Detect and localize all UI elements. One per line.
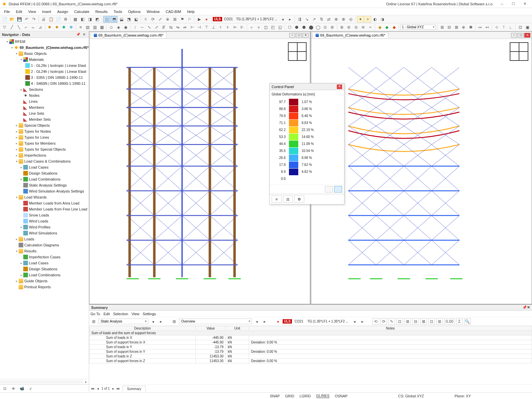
next-icon[interactable]: ▸ — [112, 387, 114, 390]
tool-icon[interactable]: ✽ — [467, 24, 474, 31]
view-minimize-icon[interactable]: ─ — [289, 33, 295, 38]
tool-icon[interactable]: ⇅ — [318, 16, 325, 23]
node-icon[interactable]: ✱ — [61, 24, 67, 31]
tg-label[interactable]: TG (1.35*LF1 + 1.35*LF2 ... — [306, 320, 350, 323]
view-close-icon[interactable]: ✕ — [303, 33, 309, 38]
tool-icon[interactable]: ⬣ — [301, 24, 307, 31]
tool-icon[interactable]: ⊚ — [329, 24, 335, 31]
tool-icon[interactable]: ◰ — [270, 24, 276, 31]
menu-results[interactable]: Results — [93, 9, 110, 14]
menu-insert[interactable]: Insert — [39, 9, 54, 14]
tool-icon[interactable]: ⊡ — [428, 318, 435, 325]
prev-icon[interactable]: ◂ — [279, 16, 286, 23]
result-icon[interactable]: ◆ — [391, 24, 397, 31]
redo-icon[interactable]: ↷ — [31, 16, 37, 23]
print-icon[interactable]: 🖨 — [40, 16, 47, 23]
tool-icon[interactable]: ⊞ — [172, 16, 178, 23]
tool-icon[interactable]: ⊡ — [396, 318, 403, 325]
tool-icon[interactable]: ⇵ — [160, 24, 167, 31]
view-minimize-icon[interactable]: ─ — [511, 33, 517, 38]
last-icon[interactable]: ⏭ — [117, 387, 120, 390]
minimize-button[interactable]: ─ — [497, 1, 507, 7]
nav-tab-views-icon[interactable]: 📹 — [19, 386, 25, 391]
tool-icon[interactable]: ⊛ — [338, 24, 345, 31]
tool-icon[interactable]: ╲ — [16, 24, 22, 31]
tool-icon[interactable]: ⬡ — [286, 24, 293, 31]
tool-icon[interactable]: ⚐ — [186, 16, 193, 23]
summary-menu-selection[interactable]: Selection — [113, 312, 128, 316]
next-icon[interactable]: ▸ — [359, 318, 366, 325]
tool-icon[interactable]: ⊡ — [517, 24, 523, 31]
tool-icon[interactable]: ⊞ — [436, 318, 443, 325]
global-cs-combo[interactable]: 1 - Global XYZ — [400, 25, 436, 30]
tool-icon[interactable]: ⇶ — [296, 16, 303, 23]
tool-icon[interactable]: ※ — [460, 24, 466, 31]
node-icon[interactable]: ✸ — [54, 24, 60, 31]
tool-icon[interactable]: ∟ — [508, 24, 514, 31]
tool-icon[interactable]: ⊩ — [239, 24, 245, 31]
tool-icon[interactable]: ◫ — [263, 24, 269, 31]
menu-help[interactable]: Help — [185, 9, 198, 14]
tool-icon[interactable]: ▦ — [72, 16, 78, 23]
tool-icon[interactable]: ↦ — [477, 24, 483, 31]
tool-icon[interactable]: ≈ — [367, 24, 373, 31]
tool-icon[interactable]: ↕ — [132, 24, 138, 31]
tool-icon[interactable]: ⇄ — [326, 16, 332, 23]
tool-icon[interactable]: ⌐ — [23, 24, 29, 31]
tool-icon[interactable]: ⊥ — [210, 24, 217, 31]
tool-icon[interactable]: ● — [203, 16, 210, 23]
view-tab[interactable]: 69_Baumturm_(C)www.wiehag.com.rf6* — [91, 32, 167, 38]
legend-tool-icon[interactable] — [325, 186, 333, 193]
tool-icon[interactable]: ⊹ — [493, 24, 500, 31]
tool-icon[interactable]: ⊠ — [420, 318, 427, 325]
next-icon[interactable]: ▸ — [158, 318, 164, 325]
summary-combo-analysis[interactable]: Static Analysis — [98, 319, 148, 324]
tool-icon[interactable]: ◑ — [379, 16, 386, 23]
undo-icon[interactable]: ↶ — [23, 16, 30, 23]
tool-icon[interactable]: ⟲ — [372, 318, 379, 325]
tool-icon[interactable]: ⊙ — [322, 24, 328, 31]
legend-tab-scale-icon[interactable]: ⚖ — [283, 196, 293, 203]
tool-icon[interactable]: ▤ — [84, 24, 91, 31]
tool-icon[interactable]: ⌙ — [30, 24, 36, 31]
grid-toggle[interactable]: GRID — [285, 394, 294, 398]
snap-toggle[interactable]: SNAP — [270, 394, 280, 398]
menu-tools[interactable]: Tools — [111, 9, 125, 14]
tool-icon[interactable]: ⊣ — [196, 24, 202, 31]
close-icon[interactable]: ✕ — [337, 84, 342, 89]
tool-icon[interactable]: ↤ — [484, 24, 490, 31]
tool-icon[interactable]: ▽ — [1, 24, 8, 31]
legend-tab-settings-icon[interactable]: ⚙ — [294, 196, 304, 203]
view-cube-icon[interactable] — [510, 42, 528, 61]
tool-icon[interactable]: ⊦ — [217, 24, 224, 31]
highlight-icon[interactable]: ✦ — [357, 16, 364, 23]
tool-icon[interactable]: ⬢ — [293, 24, 300, 31]
menu-file[interactable]: File — [1, 9, 13, 14]
search-icon[interactable]: 🔍 — [464, 318, 471, 325]
tool-icon[interactable]: ◩ — [94, 16, 100, 23]
summary-menu-edit[interactable]: Edit — [103, 312, 110, 316]
maximize-button[interactable]: ☐ — [508, 1, 519, 7]
tool-icon[interactable]: ◐ — [372, 16, 378, 23]
save-icon[interactable]: 💾 — [16, 16, 23, 23]
view-maximize-icon[interactable]: ☐ — [296, 33, 302, 38]
pin-icon[interactable]: 📌 — [75, 33, 81, 36]
tool-icon[interactable]: ⤢ — [157, 16, 164, 23]
next-icon[interactable]: ▸ — [261, 318, 268, 325]
tool-icon[interactable]: ↔ — [139, 24, 145, 31]
tool-icon[interactable]: ⊞ — [404, 318, 411, 325]
node-icon[interactable]: ✹ — [47, 24, 53, 31]
view-icon[interactable]: ◫ — [103, 16, 110, 23]
navigator-tree[interactable]: ▾RFEM ▾69_Baumturm_(C)www.wiehag.com.rf6… — [0, 38, 89, 379]
summary-menu-view[interactable]: View — [131, 312, 139, 316]
tool-icon[interactable]: ⚑ — [179, 16, 186, 23]
tool-icon[interactable]: ⊺ — [501, 24, 507, 31]
tool-icon[interactable]: ▥ — [91, 24, 98, 31]
tool-icon[interactable]: ⊕ — [333, 16, 339, 23]
tool-icon[interactable]: ⇆ — [168, 24, 174, 31]
nav-tab-data-icon[interactable]: ⊡ — [1, 386, 8, 391]
tool-icon[interactable]: ◱ — [277, 24, 283, 31]
view-icon[interactable]: ⬓ — [118, 16, 125, 23]
tool-icon[interactable]: ⊠ — [453, 24, 460, 31]
legend-tab-colors-icon[interactable]: ≡ — [272, 196, 282, 203]
